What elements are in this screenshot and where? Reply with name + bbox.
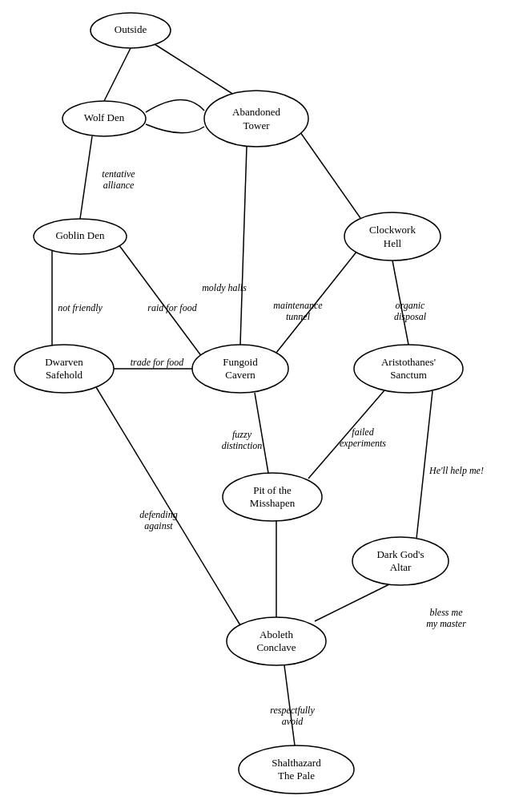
node-dwarvensafehold-label1: Dwarven <box>45 356 83 368</box>
edge-outside-wolfden <box>104 48 131 101</box>
node-fungoidcavern-label2: Cavern <box>225 369 255 381</box>
node-goblinden-label: Goblin Den <box>55 229 105 241</box>
label-organic-disposal2: disposal <box>394 311 427 322</box>
label-raid-for-food: raid for food <box>147 302 197 313</box>
label-hell-help: He'll help me! <box>428 465 484 476</box>
edge-abandonedtower-clockworkhell <box>296 127 360 218</box>
edge-dark-aboleth <box>315 584 391 621</box>
edge-wolfden-abandonedtower-top <box>146 99 204 112</box>
edge-dwarven-aboleth <box>96 387 240 625</box>
label-tentative-alliance: tentative <box>102 168 135 180</box>
label-trade-for-food: trade for food <box>131 357 185 368</box>
node-darkgodsaltar-label1: Dark God's <box>376 548 424 560</box>
label-defending-against2: against <box>144 520 173 531</box>
node-abandonedtower-label2: Tower <box>243 119 270 131</box>
node-shalthazard-label2: The Pale <box>278 770 315 782</box>
node-pitofmisshapen-label1: Pit of the <box>253 484 292 496</box>
label-maintenance-tunnel2: tunnel <box>286 311 311 322</box>
node-aristothanes-label2: Sanctum <box>390 369 427 381</box>
label-fuzzy-distinction: fuzzy <box>232 429 252 440</box>
node-abolethconclave-label2: Conclave <box>256 641 296 653</box>
graph-svg: tentative alliance moldy halls not frien… <box>0 0 523 812</box>
label-failed-experiments: failed <box>352 426 374 438</box>
edge-outside-abandonedtower <box>148 40 236 96</box>
node-abolethconclave-label1: Aboleth <box>259 628 293 640</box>
label-fuzzy-distinction2: distinction <box>222 440 263 451</box>
label-failed-experiments2: experiments <box>340 438 386 449</box>
node-dwarvensafehold-label2: Safehold <box>46 369 83 381</box>
edge-fungoid-pit <box>255 393 268 473</box>
node-shalthazard-label1: Shalthazard <box>272 757 321 769</box>
node-fungoidcavern-label1: Fungoid <box>223 356 258 368</box>
label-respectfully-avoid2: avoid <box>282 716 304 727</box>
node-pitofmisshapen-label2: Misshapen <box>250 497 296 509</box>
label-respectfully-avoid: respectfully <box>270 705 315 716</box>
node-darkgodsaltar-label2: Altar <box>390 561 412 573</box>
edge-abandonedtower-fungoidcavern <box>240 147 247 345</box>
node-clockworkhell-label1: Clockwork <box>369 224 416 236</box>
node-abandonedtower-label1: Abandoned <box>232 106 280 118</box>
label-moldy-halls: moldy halls <box>202 282 247 293</box>
node-aristothanes-label1: Aristothanes' <box>381 356 436 368</box>
node-clockworkhell-label2: Hell <box>384 237 402 249</box>
label-not-friendly: not friendly <box>58 302 103 313</box>
label-tentative-alliance2: alliance <box>103 180 135 191</box>
edge-wolfden-goblinden <box>80 136 92 219</box>
node-outside-label: Outside <box>115 23 147 35</box>
label-bless-me: bless me <box>430 607 464 618</box>
label-organic-disposal: organic <box>396 300 426 311</box>
edge-wolfden-abandonedtower-bot <box>146 124 204 133</box>
node-wolfden-label: Wolf Den <box>84 111 125 123</box>
label-maintenance-tunnel: maintenance <box>273 300 323 311</box>
edge-goblinden-fungoidcavern <box>119 244 202 357</box>
label-defending-against: defending <box>139 509 177 520</box>
label-bless-me2: my master <box>426 618 466 629</box>
